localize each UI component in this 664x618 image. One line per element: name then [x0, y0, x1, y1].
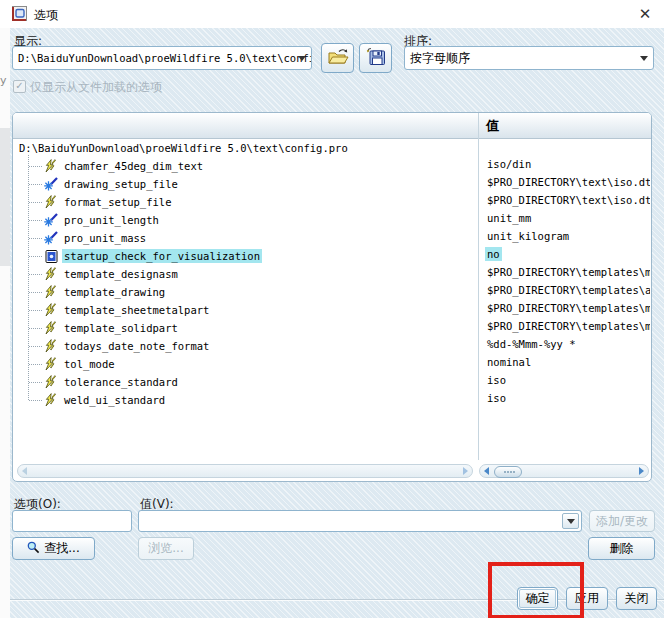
scroll-left-icon[interactable]	[484, 467, 489, 475]
lightning-icon	[43, 267, 59, 282]
tree-row[interactable]: tol_mode nominal	[14, 355, 650, 373]
value-dropdown-button[interactable]	[562, 513, 579, 529]
tree-row[interactable]: tolerance_standard iso	[14, 373, 650, 391]
chevron-down-icon[interactable]	[640, 56, 648, 65]
browse-label: 浏览...	[148, 540, 183, 557]
chevron-down-icon	[567, 519, 575, 528]
tree-connector	[29, 328, 42, 329]
tree-row[interactable]: pro_unit_mass unit_kilogram	[14, 229, 650, 247]
tree-connector	[29, 310, 42, 311]
option-value[interactable]: $PRO_DIRECTORY\templates\a3_d	[485, 283, 650, 297]
option-value[interactable]: unit_kilogram	[485, 229, 571, 243]
tree-row[interactable]: template_designasm $PRO_DIRECTORY\templa…	[14, 265, 650, 283]
scroll-right-icon[interactable]	[463, 467, 468, 475]
config-file-root-node[interactable]: D:\BaiduYunDownload\proeWildfire 5.0\tex…	[14, 139, 650, 157]
tree-row[interactable]: weld_ui_standard iso	[14, 391, 650, 409]
tree-row[interactable]: format_setup_file $PRO_DIRECTORY\text\is…	[14, 193, 650, 211]
option-name[interactable]: template_designasm	[62, 267, 180, 281]
display-path-value: D:\BaiduYunDownload\proeWildfire 5.0\tex…	[18, 52, 312, 64]
tree-row[interactable]: chamfer_45deg_dim_text iso/din	[14, 157, 650, 175]
tree-connector	[29, 382, 42, 383]
red-annotation-box	[488, 562, 584, 618]
option-value[interactable]: $PRO_DIRECTORY\text\iso.dtl	[485, 193, 650, 207]
save-config-button[interactable]	[359, 43, 392, 73]
option-name[interactable]: pro_unit_mass	[62, 231, 148, 245]
value-horizontal-scrollbar[interactable]	[479, 464, 649, 478]
option-name[interactable]: drawing_setup_file	[62, 177, 180, 191]
option-name[interactable]: pro_unit_length	[62, 213, 161, 227]
delete-button[interactable]: 删除	[588, 537, 655, 560]
lightning-icon	[43, 339, 59, 354]
screen-icon	[43, 249, 59, 264]
tree-connector	[29, 274, 42, 275]
option-value[interactable]: unit_mm	[485, 211, 533, 225]
option-value[interactable]: iso/din	[485, 157, 533, 171]
chevron-down-icon[interactable]	[298, 56, 306, 65]
display-path-combobox[interactable]: D:\BaiduYunDownload\proeWildfire 5.0\tex…	[12, 46, 312, 70]
close-button[interactable]: 关闭	[616, 587, 657, 610]
open-config-button[interactable]	[321, 43, 354, 73]
left-horizontal-scrollbar[interactable]	[17, 464, 473, 478]
option-name[interactable]: template_sheetmetalpart	[62, 303, 211, 317]
wand-icon	[43, 177, 59, 192]
tree-row[interactable]: todays_date_note_format %dd-%Mmm-%yy *	[14, 337, 650, 355]
option-input[interactable]	[12, 510, 132, 532]
option-value[interactable]: nominal	[485, 355, 533, 369]
option-name[interactable]: format_setup_file	[62, 195, 173, 209]
lightning-icon	[43, 285, 59, 300]
tree-row[interactable]: drawing_setup_file $PRO_DIRECTORY\text\i…	[14, 175, 650, 193]
lightning-icon	[43, 303, 59, 318]
option-name[interactable]: weld_ui_standard	[62, 393, 167, 407]
lightning-icon	[43, 195, 59, 210]
option-value[interactable]: $PRO_DIRECTORY\templates\mmns	[485, 301, 650, 315]
scroll-left-icon[interactable]	[22, 467, 27, 475]
background-window-shade	[0, 128, 10, 266]
option-name[interactable]: tolerance_standard	[62, 375, 180, 389]
tree-row[interactable]: template_sheetmetalpart $PRO_DIRECTORY\t…	[14, 301, 650, 319]
option-name[interactable]: template_solidpart	[62, 321, 180, 335]
background-window-sliver: y	[0, 28, 10, 618]
browse-button[interactable]: 浏览...	[138, 537, 194, 560]
lightning-icon	[43, 393, 59, 408]
tree-connector	[29, 256, 42, 257]
tree-row[interactable]: pro_unit_length unit_mm	[14, 211, 650, 229]
sort-combobox[interactable]: 按字母顺序	[404, 46, 654, 70]
option-value[interactable]: $PRO_DIRECTORY\templates\mmks	[485, 265, 650, 279]
find-button[interactable]: 查找...	[12, 537, 95, 560]
lightning-icon	[43, 321, 59, 336]
option-value[interactable]: $PRO_DIRECTORY\templates\mmns	[485, 319, 650, 333]
option-value[interactable]: $PRO_DIRECTORY\text\iso.dtl	[485, 175, 650, 189]
dialog-title: 选项	[34, 7, 58, 24]
close-icon[interactable]: ✕	[636, 5, 654, 23]
tree-row[interactable]: template_solidpart $PRO_DIRECTORY\templa…	[14, 319, 650, 337]
add-change-button[interactable]: 添加/更改	[589, 510, 655, 532]
grip-dots-icon	[507, 471, 509, 473]
tree-connector	[29, 184, 42, 185]
option-value[interactable]: no	[485, 247, 502, 261]
tree-row[interactable]: template_drawing $PRO_DIRECTORY\template…	[14, 283, 650, 301]
background-text-fragment: y	[0, 74, 7, 87]
value-column-header: 值	[486, 113, 499, 138]
scrollbar-thumb[interactable]	[494, 466, 522, 478]
option-name[interactable]: startup_check_for_visualization	[62, 249, 262, 263]
tree-row[interactable]: startup_check_for_visualization no	[14, 247, 650, 265]
option-value[interactable]: iso	[485, 391, 508, 405]
checkmark-icon: ✓	[15, 80, 23, 91]
wand-icon	[43, 231, 59, 246]
option-name[interactable]: chamfer_45deg_dim_text	[62, 159, 205, 173]
scroll-right-icon[interactable]	[639, 467, 644, 475]
options-dialog: 选项 ✕ y 显示: D:\BaiduYunDownload\proeWildf…	[0, 0, 664, 618]
open-folder-icon	[327, 48, 349, 69]
save-file-icon	[366, 47, 386, 69]
option-name[interactable]: template_drawing	[62, 285, 167, 299]
magnifier-icon	[27, 541, 40, 557]
value-combobox[interactable]	[138, 510, 582, 532]
filter-checkbox[interactable]: ✓	[13, 80, 26, 93]
tree-connector	[29, 292, 42, 293]
option-name[interactable]: tol_mode	[62, 357, 117, 371]
option-value[interactable]: iso	[485, 373, 508, 387]
option-value[interactable]: %dd-%Mmm-%yy *	[485, 337, 578, 351]
tree-connector	[29, 166, 42, 167]
tree-connector	[29, 238, 42, 239]
option-name[interactable]: todays_date_note_format	[62, 339, 211, 353]
